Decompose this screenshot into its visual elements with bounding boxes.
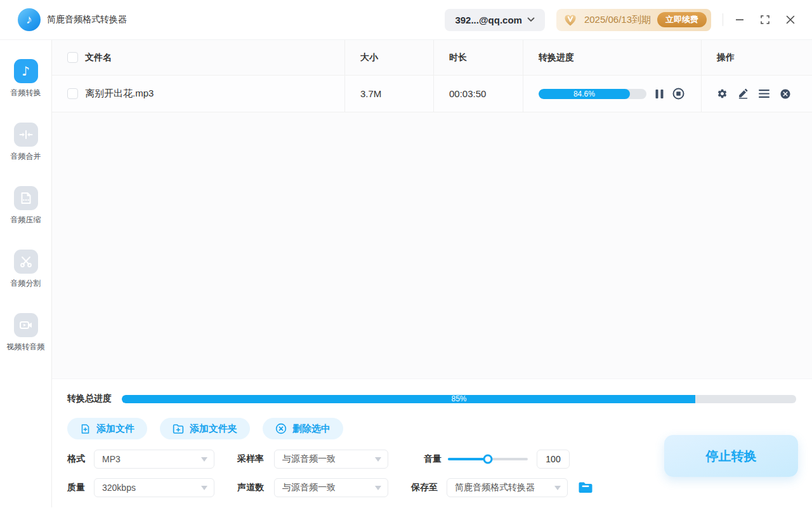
remove-button[interactable] [780, 88, 791, 100]
sidebar-item-label: 视频转音频 [7, 342, 45, 352]
add-file-label: 添加文件 [96, 423, 134, 435]
sidebar-item-audio-merge[interactable]: 音频合并 [11, 123, 41, 162]
volume-slider[interactable] [448, 455, 528, 464]
quality-label: 质量 [67, 482, 85, 493]
delete-selected-button[interactable]: 删除选中 [263, 418, 343, 439]
app-title: 简鹿音频格式转换器 [47, 14, 127, 25]
row-progress-text: 84.6% [573, 90, 595, 98]
gear-icon [717, 88, 728, 99]
total-progress-label: 转换总进度 [67, 393, 112, 404]
quality-value: 320kbps [102, 483, 201, 493]
total-progress-row: 转换总进度 85% [67, 393, 796, 404]
sidebar-item-label: 音频分割 [11, 278, 41, 289]
vip-status: 2025/06/13到期 立即续费 [556, 9, 711, 31]
close-button[interactable] [778, 7, 803, 32]
music-note-glyph: ♪ [22, 64, 30, 79]
settings-button[interactable] [717, 88, 728, 99]
sample-rate-select[interactable]: 与源音频一致 [274, 450, 388, 469]
stop-icon [672, 88, 684, 100]
delete-circle-icon [275, 423, 287, 434]
folder-icon [578, 481, 593, 494]
dropdown-arrow-icon [375, 457, 381, 462]
pencil-icon [738, 88, 749, 99]
dropdown-arrow-icon [201, 486, 207, 490]
format-label: 格式 [67, 453, 85, 465]
delete-selected-label: 删除选中 [292, 423, 331, 435]
dropdown-arrow-icon [375, 486, 381, 490]
edit-button[interactable] [738, 88, 749, 99]
minimize-button[interactable] [727, 7, 752, 32]
sidebar-item-audio-split[interactable]: 音频分割 [11, 250, 41, 289]
menu-lines-icon [759, 89, 769, 98]
audio-compress-icon [14, 186, 38, 210]
maximize-icon [761, 15, 769, 24]
header-filename-label: 文件名 [85, 52, 112, 64]
stop-conversion-button[interactable]: 停止转换 [664, 435, 798, 477]
row-checkbox[interactable] [67, 88, 78, 99]
header-duration: 时长 [433, 40, 523, 75]
stop-row-button[interactable] [672, 88, 684, 100]
audio-convert-icon: ♪ [14, 59, 38, 83]
cell-progress: 84.6% [523, 76, 701, 112]
header-progress: 转换进度 [523, 40, 701, 75]
vip-expiry-date: 2025/06/13到期 [584, 14, 651, 26]
volume-label: 音量 [424, 453, 442, 465]
dropdown-arrow-icon [201, 457, 207, 462]
cell-actions [701, 76, 812, 112]
total-progress-bar: 85% [122, 395, 796, 403]
titlebar-divider [723, 13, 723, 26]
slider-thumb[interactable] [483, 455, 493, 464]
channels-label: 声道数 [237, 482, 264, 493]
details-button[interactable] [759, 89, 769, 98]
format-value: MP3 [102, 454, 201, 464]
main-panel: 文件名 大小 时长 转换进度 操作 离别开出花.mp3 3.7M 00:03:5… [52, 40, 812, 507]
sidebar-item-label: 音频合并 [11, 151, 41, 162]
add-file-icon [80, 424, 91, 434]
file-table-header: 文件名 大小 时长 转换进度 操作 [52, 40, 812, 76]
account-menu[interactable]: 392...@qq.com [445, 9, 545, 31]
video-camera-icon [14, 313, 38, 337]
sidebar-item-audio-compress[interactable]: 音频压缩 [11, 186, 41, 225]
channels-select[interactable]: 与源音频一致 [274, 478, 388, 497]
save-to-value: 简鹿音频格式转换器 [455, 482, 554, 493]
save-to-select[interactable]: 简鹿音频格式转换器 [447, 478, 568, 497]
slider-fill [448, 458, 488, 460]
sidebar: ♪ 音频转换 音频合并 [0, 40, 52, 507]
pause-button[interactable] [655, 89, 664, 99]
sidebar-item-audio-convert[interactable]: ♪ 音频转换 [11, 59, 41, 98]
format-select[interactable]: MP3 [94, 450, 214, 469]
header-filename: 文件名 [52, 40, 344, 75]
file-list-empty-area [52, 112, 812, 379]
add-file-button[interactable]: 添加文件 [67, 418, 147, 439]
add-folder-button[interactable]: 添加文件夹 [160, 418, 250, 439]
cell-filename: 离别开出花.mp3 [52, 76, 344, 112]
close-icon [786, 15, 795, 24]
vip-badge-icon [563, 13, 578, 27]
sample-rate-value: 与源音频一致 [282, 453, 375, 465]
pause-icon [655, 89, 664, 99]
chevron-down-icon [527, 17, 535, 22]
sidebar-item-label: 音频转换 [11, 88, 41, 98]
cell-size: 3.7M [344, 76, 433, 112]
footer-panel: 转换总进度 85% 添加文件 [52, 379, 812, 507]
settings-row-2: 质量 320kbps 声道数 与源音频一致 保存至 简鹿音频格式转换器 [67, 478, 796, 497]
renew-button[interactable]: 立即续费 [657, 12, 707, 27]
app-logo-icon: ♪ [18, 8, 41, 31]
sidebar-item-label: 音频压缩 [11, 215, 41, 225]
dropdown-arrow-icon [554, 486, 561, 490]
sample-rate-label: 采样率 [237, 453, 264, 465]
table-row[interactable]: 离别开出花.mp3 3.7M 00:03:50 84.6% [52, 76, 812, 112]
header-size: 大小 [344, 40, 433, 75]
scissors-icon [14, 250, 38, 274]
select-all-checkbox[interactable] [67, 52, 78, 63]
volume-input[interactable] [537, 450, 570, 469]
add-folder-icon [173, 424, 184, 434]
maximize-button[interactable] [752, 7, 778, 32]
open-folder-button[interactable] [578, 481, 593, 494]
file-name: 离别开出花.mp3 [85, 88, 154, 100]
quality-select[interactable]: 320kbps [94, 478, 214, 497]
close-circle-icon [780, 88, 791, 100]
total-progress-text: 85% [122, 395, 796, 403]
sidebar-item-video-to-audio[interactable]: 视频转音频 [7, 313, 45, 352]
channels-value: 与源音频一致 [282, 482, 375, 493]
